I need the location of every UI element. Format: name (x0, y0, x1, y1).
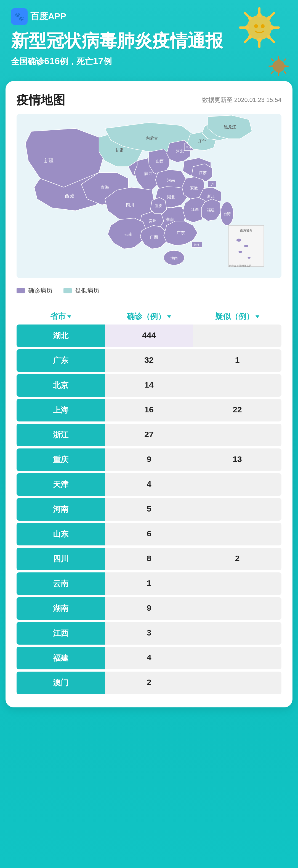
confirmed-cell: 3 (105, 622, 193, 645)
baidu-icon: 🐾 (11, 8, 28, 25)
table-row: 广东 32 1 (17, 349, 281, 372)
map-title: 疫情地图 (17, 92, 65, 108)
province-cell: 澳门 (17, 672, 105, 694)
svg-text:台湾: 台湾 (223, 212, 231, 216)
col-province-header: 省市 (17, 311, 105, 322)
col-suspected-header: 疑似（例） (193, 311, 281, 322)
svg-text:钓鱼岛及其附属岛屿: 钓鱼岛及其附属岛屿 (229, 264, 251, 267)
legend-suspected: 疑似病历 (63, 286, 99, 295)
province-cell: 上海 (17, 399, 105, 422)
main-title: 新型冠状病毒肺炎疫情通报 (11, 30, 287, 52)
svg-text:港澳: 港澳 (194, 243, 199, 246)
svg-text:江苏: 江苏 (199, 170, 207, 175)
suspected-cell (193, 672, 281, 694)
svg-text:辽宁: 辽宁 (198, 139, 206, 143)
suspected-dot (63, 288, 72, 293)
svg-point-100 (244, 245, 248, 247)
table-row: 云南 1 (17, 572, 281, 595)
confirmed-dot (17, 288, 25, 293)
main-card: 疫情地图 数据更新至 2020.01.23 15:54 新疆 西藏 青海 甘肃 (5, 81, 293, 707)
suspected-cell (193, 374, 281, 397)
col-confirmed-header: 确诊（例） (105, 311, 193, 322)
province-cell: 山东 (17, 523, 105, 546)
table-header: 省市 确诊（例） 疑似（例） (17, 306, 281, 324)
death-count: 17 (93, 56, 104, 66)
header-section: 🐾 百度APP 新型冠状病毒肺炎疫情通报 全国确诊616例，死亡17例 (0, 0, 298, 81)
province-cell: 湖北 (17, 324, 105, 347)
table-row: 澳门 2 (17, 672, 281, 694)
suspected-cell: 1 (193, 349, 281, 372)
suspected-cell: 22 (193, 399, 281, 422)
suspected-cell: 13 (193, 448, 281, 471)
confirmed-cell: 8 (105, 548, 193, 570)
confirmed-cell: 32 (105, 349, 193, 372)
table-row: 重庆 9 13 (17, 448, 281, 471)
confirmed-cell: 6 (105, 523, 193, 546)
svg-text:四川: 四川 (126, 203, 134, 207)
subtitle-prefix: 全国确诊 (11, 57, 44, 66)
suspected-cell (193, 324, 281, 347)
province-cell: 江西 (17, 622, 105, 645)
svg-point-101 (238, 251, 242, 253)
confirmed-cell: 4 (105, 473, 193, 496)
svg-text:陕西: 陕西 (144, 171, 153, 176)
suspected-cell (193, 473, 281, 496)
confirmed-count: 616 (44, 56, 60, 66)
confirmed-cell: 4 (105, 647, 193, 670)
table-row: 福建 4 (17, 647, 281, 670)
suspected-cell (193, 523, 281, 546)
svg-text:青海: 青海 (101, 185, 109, 189)
baidu-logo: 🐾 百度APP (11, 8, 287, 25)
confirmed-cell: 2 (105, 672, 193, 694)
confirmed-cell: 16 (105, 399, 193, 422)
svg-text:黑龙江: 黑龙江 (224, 125, 236, 129)
subtitle-mid: 例，死亡 (60, 57, 93, 66)
confirmed-cell: 14 (105, 374, 193, 397)
suspected-cell (193, 597, 281, 620)
map-update: 数据更新至 2020.01.23 15:54 (202, 96, 281, 104)
table-row: 河南 5 (17, 498, 281, 521)
suspected-cell (193, 622, 281, 645)
svg-text:广东: 广东 (177, 230, 185, 235)
suspected-label: 疑似病历 (75, 286, 99, 295)
svg-text:海南: 海南 (170, 256, 178, 260)
svg-text:广西: 广西 (150, 235, 158, 239)
svg-text:重庆: 重庆 (155, 204, 162, 208)
svg-text:江西: 江西 (191, 207, 199, 212)
confirmed-cell: 5 (105, 498, 193, 521)
province-cell: 湖南 (17, 597, 105, 620)
province-cell: 云南 (17, 572, 105, 595)
col3-sort-arrow (255, 315, 260, 318)
legend: 确诊病历 疑似病历 (17, 284, 281, 298)
table-section: 省市 确诊（例） 疑似（例） 湖北 444 广东 32 1 北京 14 上海 1… (17, 306, 281, 694)
app-name: 百度APP (30, 10, 66, 23)
svg-text:浙江: 浙江 (207, 194, 215, 198)
confirmed-cell: 9 (105, 597, 193, 620)
svg-text:甘肃: 甘肃 (115, 147, 124, 152)
svg-text:沪: 沪 (211, 183, 214, 186)
table-row: 湖南 9 (17, 597, 281, 620)
svg-point-99 (237, 239, 241, 242)
province-cell: 福建 (17, 647, 105, 670)
svg-point-102 (247, 257, 250, 258)
province-cell: 广东 (17, 349, 105, 372)
svg-text:湖南: 湖南 (166, 217, 174, 222)
confirmed-cell: 1 (105, 572, 193, 595)
svg-text:新疆: 新疆 (44, 158, 54, 163)
table-row: 江西 3 (17, 622, 281, 645)
table-row: 山东 6 (17, 523, 281, 546)
confirmed-cell: 444 (105, 324, 193, 347)
table-body: 湖北 444 广东 32 1 北京 14 上海 16 22 浙江 27 重庆 9… (17, 324, 281, 694)
svg-text:山西: 山西 (156, 159, 164, 163)
svg-text:福建: 福建 (207, 208, 215, 212)
map-section: 疫情地图 数据更新至 2020.01.23 15:54 新疆 西藏 青海 甘肃 (17, 92, 281, 298)
subtitle: 全国确诊616例，死亡17例 (11, 56, 287, 67)
table-row: 天津 4 (17, 473, 281, 496)
confirmed-label: 确诊病历 (28, 286, 52, 295)
svg-text:云南: 云南 (124, 232, 132, 236)
suspected-cell: 2 (193, 548, 281, 570)
svg-text:内蒙古: 内蒙古 (146, 136, 158, 141)
legend-confirmed: 确诊病历 (17, 286, 52, 295)
map-container: 新疆 西藏 青海 甘肃 内蒙古 宁夏 陕西 (17, 114, 281, 278)
province-cell: 四川 (17, 548, 105, 570)
